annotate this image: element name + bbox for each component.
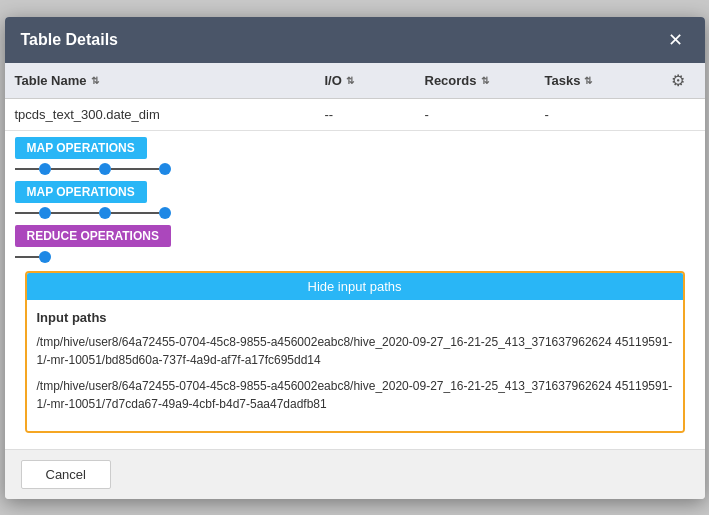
pipeline-line xyxy=(15,256,39,258)
settings-icon[interactable]: ⚙ xyxy=(671,71,685,90)
pipeline-line xyxy=(15,168,39,170)
pipeline-row-1 xyxy=(15,163,695,175)
map-operations-1-block: MAP OPERATIONS xyxy=(15,137,695,175)
input-paths-container: Hide input paths Input paths /tmp/hive/u… xyxy=(25,271,685,433)
cell-io: -- xyxy=(325,107,425,122)
modal-header: Table Details ✕ xyxy=(5,17,705,63)
cell-tasks: - xyxy=(545,107,645,122)
pipeline-dot-4 xyxy=(39,207,51,219)
modal-footer: Cancel xyxy=(5,449,705,499)
pipeline-line xyxy=(135,168,159,170)
column-header-io: I/O ⇅ xyxy=(325,73,425,88)
pipeline-dot-1 xyxy=(39,163,51,175)
sort-icon-tasks[interactable]: ⇅ xyxy=(584,75,592,86)
input-paths-label: Input paths xyxy=(37,310,673,325)
pipeline-dot-3 xyxy=(159,163,171,175)
pipeline-dot-7 xyxy=(39,251,51,263)
table-header: Table Name ⇅ I/O ⇅ Records ⇅ Tasks ⇅ ⚙ xyxy=(5,63,705,99)
pipeline-dot-5 xyxy=(99,207,111,219)
reduce-operations-block: REDUCE OPERATIONS xyxy=(15,225,695,263)
pipeline-line xyxy=(75,212,99,214)
sort-icon-records[interactable]: ⇅ xyxy=(481,75,489,86)
cancel-button[interactable]: Cancel xyxy=(21,460,111,489)
operations-section: MAP OPERATIONS MAP OPERATIONS xyxy=(5,131,705,449)
map-operations-1-button[interactable]: MAP OPERATIONS xyxy=(15,137,147,159)
cell-records: - xyxy=(425,107,545,122)
path-item-2: /tmp/hive/user8/64a72455-0704-45c8-9855-… xyxy=(37,377,673,413)
modal-body: Table Name ⇅ I/O ⇅ Records ⇅ Tasks ⇅ ⚙ xyxy=(5,63,705,449)
pipeline-row-2 xyxy=(15,207,695,219)
map-operations-2-button[interactable]: MAP OPERATIONS xyxy=(15,181,147,203)
pipeline-line xyxy=(135,212,159,214)
column-header-tasks: Tasks ⇅ xyxy=(545,73,645,88)
table-row: tpcds_text_300.date_dim -- - - xyxy=(5,99,705,131)
pipeline-row-3 xyxy=(15,251,695,263)
cell-name: tpcds_text_300.date_dim xyxy=(15,107,325,122)
map-operations-2-block: MAP OPERATIONS xyxy=(15,181,695,219)
modal-title: Table Details xyxy=(21,31,119,49)
pipeline-dot-6 xyxy=(159,207,171,219)
pipeline-line xyxy=(15,212,39,214)
pipeline-dot-2 xyxy=(99,163,111,175)
pipeline-line xyxy=(111,212,135,214)
sort-icon-io[interactable]: ⇅ xyxy=(346,75,354,86)
hide-input-paths-button[interactable]: Hide input paths xyxy=(27,273,683,300)
reduce-operations-button[interactable]: REDUCE OPERATIONS xyxy=(15,225,171,247)
close-button[interactable]: ✕ xyxy=(662,29,689,51)
pipeline-line xyxy=(111,168,135,170)
sort-icon-name[interactable]: ⇅ xyxy=(91,75,99,86)
pipeline-line xyxy=(75,168,99,170)
column-header-name: Table Name ⇅ xyxy=(15,73,325,88)
input-paths-body: Input paths /tmp/hive/user8/64a72455-070… xyxy=(27,300,683,431)
pipeline-line xyxy=(51,212,75,214)
path-item-1: /tmp/hive/user8/64a72455-0704-45c8-9855-… xyxy=(37,333,673,369)
column-header-records: Records ⇅ xyxy=(425,73,545,88)
table-details-modal: Table Details ✕ Table Name ⇅ I/O ⇅ Recor… xyxy=(5,17,705,499)
pipeline-line xyxy=(51,168,75,170)
